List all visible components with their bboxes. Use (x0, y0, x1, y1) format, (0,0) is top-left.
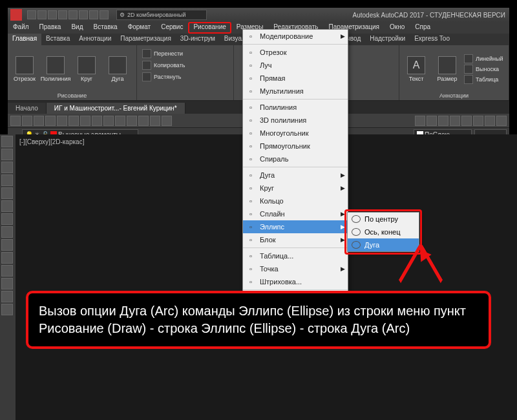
draw-Полилиния-button[interactable]: Полилиния (41, 56, 70, 82)
tool-button[interactable] (1, 252, 13, 264)
submenu-item-Дуга[interactable]: Дуга (348, 238, 419, 251)
menu-спра[interactable]: Спра (410, 22, 436, 34)
menu-item-Эллипс[interactable]: ▫Эллипс▶ (243, 220, 348, 233)
qat-button[interactable] (79, 10, 88, 19)
modify-copy-button[interactable]: Копировать (142, 61, 228, 70)
toolbar-button[interactable] (115, 116, 125, 126)
menu-item-Штриховка...[interactable]: ▫Штриховка... (243, 275, 348, 288)
qat-button[interactable] (69, 10, 78, 19)
menu-item-Полилиния[interactable]: ▫Полилиния (243, 101, 348, 114)
dimension-button[interactable]: Размер (433, 56, 461, 82)
draw-Круг-button[interactable]: Круг (72, 56, 101, 82)
toolbar-button[interactable] (34, 116, 44, 126)
menu-item-Прямая[interactable]: ▫Прямая (243, 72, 348, 85)
workspace-selector[interactable]: ⚙ 2D комбинированный (116, 10, 207, 20)
menu-item-Моделирование[interactable]: ▫Моделирование▶ (243, 30, 348, 43)
text-button[interactable]: AТекст (402, 56, 430, 82)
tool-button[interactable] (1, 226, 13, 238)
qat-button[interactable] (48, 10, 57, 19)
menu-item-3D полилиния[interactable]: ▫3D полилиния (243, 114, 348, 127)
toolbar-button[interactable] (92, 116, 102, 126)
tool-button[interactable] (1, 187, 13, 199)
menu-item-Блок[interactable]: ▫Блок▶ (243, 233, 348, 246)
toolbar-button[interactable] (415, 116, 425, 126)
menu-item-Дуга[interactable]: ▫Дуга▶ (243, 169, 348, 182)
menu-item-Точка[interactable]: ▫Точка▶ (243, 262, 348, 275)
qat-button[interactable] (27, 10, 36, 19)
doc-tab[interactable]: Начало (8, 103, 47, 114)
ribbon-tab[interactable]: Аннотации (74, 34, 116, 45)
ribbon-tab[interactable]: Параметризация (116, 34, 176, 45)
menu-вид[interactable]: Вид (66, 22, 88, 34)
ann-button[interactable]: Линейный (464, 54, 503, 63)
toolbar-button[interactable] (485, 116, 495, 126)
draw-Дуга-button[interactable]: Дуга (103, 56, 132, 82)
toolbar-button[interactable] (450, 116, 460, 126)
toolbar-button[interactable] (138, 116, 149, 126)
toolbar-button[interactable] (10, 116, 21, 126)
draw-Отрезок-button[interactable]: Отрезок (10, 56, 39, 82)
menu-формат[interactable]: Формат (123, 22, 156, 34)
menu-item-Кольцо[interactable]: ▫Кольцо (243, 194, 348, 207)
menu-рисование[interactable]: Рисование (188, 22, 231, 34)
menu-item-Спираль[interactable]: ▫Спираль (243, 152, 348, 165)
ribbon-tab[interactable]: Express Too (410, 34, 454, 45)
tool-button[interactable] (1, 265, 13, 277)
submenu-item-По центру[interactable]: По центру (348, 213, 419, 226)
copy-icon (142, 61, 151, 70)
modify-stretch-button[interactable]: Растянуть (142, 72, 228, 81)
ann-button[interactable]: Выноска (464, 65, 503, 74)
menu-item-Прямоугольник[interactable]: ▫Прямоугольник (243, 140, 348, 152)
tool-button[interactable] (1, 304, 13, 315)
ribbon-tab[interactable]: 3D-инструм (176, 34, 220, 45)
menu-файл[interactable]: Файл (8, 22, 34, 34)
toolbar-button[interactable] (103, 116, 114, 126)
toolbar-button[interactable] (45, 116, 56, 126)
menu-сервис[interactable]: Сервис (156, 22, 188, 34)
toolbar-button[interactable] (127, 116, 137, 126)
toolbar-button[interactable] (80, 116, 90, 126)
toolbar-button[interactable] (496, 116, 507, 126)
menu-item-Луч[interactable]: ▫Луч (243, 59, 348, 72)
menu-item-Круг[interactable]: ▫Круг▶ (243, 182, 348, 194)
modify-move-button[interactable]: Перенести (142, 49, 228, 58)
submenu-item-Ось, конец[interactable]: Ось, конец (348, 226, 419, 238)
tool-button[interactable] (1, 149, 13, 160)
tool-button[interactable] (1, 278, 13, 289)
tool-button[interactable] (1, 200, 13, 212)
qat-button[interactable] (37, 10, 47, 19)
menu-окно[interactable]: Окно (385, 22, 410, 34)
tool-button[interactable] (1, 239, 13, 251)
toolbar-button[interactable] (438, 116, 448, 126)
qat-button[interactable] (58, 10, 67, 19)
toolbar-button[interactable] (473, 116, 483, 126)
toolbar-button[interactable] (69, 116, 79, 126)
menu-item-Сплайн[interactable]: ▫Сплайн▶ (243, 207, 348, 220)
toolbar-button[interactable] (162, 116, 172, 126)
tool-button[interactable] (1, 136, 13, 147)
toolbar-button[interactable] (461, 116, 472, 126)
qat-button[interactable] (100, 10, 109, 19)
qat-button[interactable] (89, 10, 98, 19)
tool-button[interactable] (1, 291, 13, 302)
menu-item-Мультилиния[interactable]: ▫Мультилиния (243, 85, 348, 98)
toolbar-button[interactable] (427, 116, 437, 126)
menu-item-Многоугольник[interactable]: ▫Многоугольник (243, 127, 348, 140)
viewport-label[interactable]: [-][Сверху][2D-каркас] (19, 138, 84, 145)
tool-button[interactable] (1, 174, 13, 186)
doc-tab[interactable]: ИГ и Машиностроит...- Евгений Курицин* (47, 103, 185, 114)
menu-правка[interactable]: Правка (34, 22, 67, 34)
draw-icon (16, 56, 34, 74)
toolbar-button[interactable] (22, 116, 32, 126)
menu-вставка[interactable]: Вставка (88, 22, 122, 34)
ann-button[interactable]: Таблица (464, 75, 503, 84)
toolbar-button[interactable] (150, 116, 160, 126)
ribbon-tab[interactable]: Надстройки (365, 34, 410, 45)
menu-item-Отрезок[interactable]: ▫Отрезок (243, 46, 348, 59)
menu-item-Таблица...[interactable]: ▫Таблица... (243, 249, 348, 262)
tool-button[interactable] (1, 162, 13, 173)
ribbon-tab[interactable]: Главная (8, 34, 41, 45)
toolbar-button[interactable] (57, 116, 67, 126)
ribbon-tab[interactable]: Вставка (41, 34, 74, 45)
tool-button[interactable] (1, 213, 13, 225)
